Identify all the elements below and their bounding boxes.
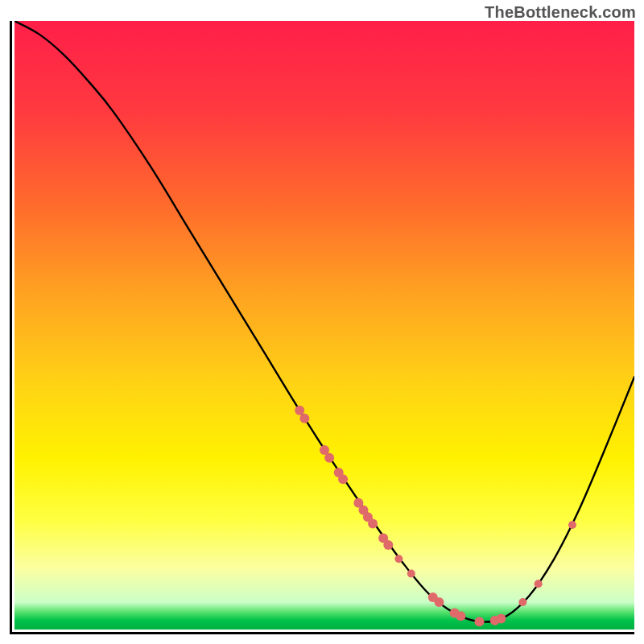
chart-container: TheBottleneck.com: [0, 0, 644, 644]
data-marker: [434, 597, 444, 607]
data-markers: [295, 406, 576, 626]
data-marker: [299, 414, 309, 423]
plot-area: [10, 21, 634, 634]
bottleneck-curve: [14, 21, 634, 622]
data-marker: [407, 569, 415, 577]
data-marker: [338, 474, 348, 484]
data-marker: [324, 453, 334, 463]
data-marker: [475, 617, 485, 626]
watermark-text: TheBottleneck.com: [485, 3, 636, 22]
data-marker: [568, 521, 576, 529]
data-marker: [535, 580, 543, 588]
data-marker: [496, 613, 506, 623]
data-marker: [456, 611, 465, 621]
data-marker: [383, 540, 393, 550]
data-marker: [368, 518, 378, 528]
curve-layer: [14, 21, 634, 630]
data-marker: [394, 555, 402, 563]
data-marker: [518, 598, 526, 606]
